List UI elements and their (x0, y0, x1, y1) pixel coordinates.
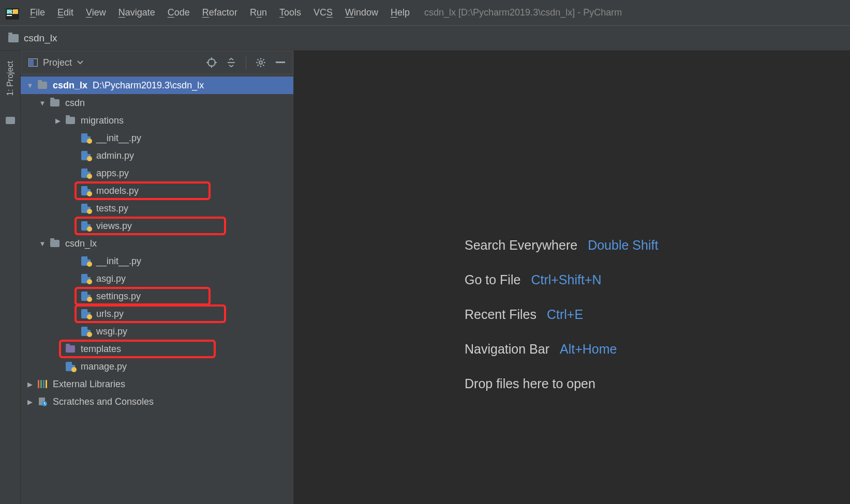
tree-folder-migrations[interactable]: ▶ migrations (21, 112, 293, 129)
tip-label: Go to File (465, 272, 520, 287)
menu-window[interactable]: Window (345, 7, 378, 18)
gear-icon[interactable] (256, 57, 266, 68)
project-panel-title-group[interactable]: Project (28, 57, 201, 68)
menu-items: File Edit View Navigate Code Refactor Ru… (30, 7, 410, 18)
python-file-icon (81, 150, 91, 161)
project-tree: ▼ csdn_lx D:\Pycharm2019.3\csdn_lx ▼ csd… (21, 74, 293, 504)
chevron-right-icon: ▶ (26, 398, 34, 406)
python-file-icon (81, 133, 91, 143)
tree-file-asgi[interactable]: asgi.py (21, 270, 293, 287)
collapse-all-icon[interactable] (226, 57, 236, 68)
chevron-down-icon: ▼ (38, 240, 47, 248)
tree-label: csdn (65, 98, 85, 109)
python-file-icon (65, 361, 76, 372)
tree-label: External Libraries (53, 379, 125, 390)
tree-file-urls[interactable]: urls.py (21, 305, 293, 323)
chevron-down-icon (77, 60, 83, 65)
tree-file-init-csdnlx[interactable]: __init__.py (21, 252, 293, 270)
svg-point-13 (259, 61, 262, 64)
chevron-right-icon: ▶ (54, 117, 62, 125)
menu-navigate[interactable]: Navigate (118, 7, 155, 18)
tree-scratches[interactable]: ▶ Scratches and Consoles (21, 393, 293, 410)
hide-icon[interactable] (275, 57, 286, 68)
window-icon (28, 58, 38, 67)
tip-search: Search Everywhere Double Shift (465, 238, 658, 253)
menu-refactor[interactable]: Refactor (202, 7, 237, 18)
project-panel-header: Project (21, 51, 293, 74)
tree-label: models.py (96, 186, 139, 196)
highlight-box (74, 287, 211, 306)
svg-text:PC: PC (7, 9, 14, 14)
menu-vcs[interactable]: VCS (314, 7, 333, 18)
chevron-right-icon: ▶ (26, 380, 34, 388)
tip-shortcut: Double Shift (588, 238, 658, 253)
svg-rect-6 (29, 59, 34, 66)
folder-icon (65, 344, 76, 354)
svg-line-19 (263, 65, 264, 66)
chevron-down-icon: ▼ (38, 99, 47, 107)
tree-label: asgi.py (96, 273, 126, 284)
project-panel: Project ▼ (21, 51, 294, 504)
tree-folder-csdn[interactable]: ▼ csdn (21, 94, 293, 112)
highlight-box (74, 181, 211, 200)
svg-point-7 (208, 59, 215, 66)
tree-label: settings.py (96, 291, 141, 302)
svg-line-18 (258, 59, 259, 60)
window-title: csdn_lx [D:\Pycharm2019.3\csdn_lx] - PyC… (424, 7, 622, 18)
menu-tools[interactable]: Tools (279, 7, 301, 18)
svg-rect-22 (276, 62, 285, 63)
tree-label: __init__.py (96, 133, 141, 144)
tree-file-models[interactable]: models.py (21, 182, 293, 200)
python-file-icon (81, 291, 91, 301)
tree-file-init-csdn[interactable]: __init__.py (21, 129, 293, 147)
tip-gotofile: Go to File Ctrl+Shift+N (465, 272, 658, 287)
pycharm-icon: PC (5, 6, 20, 20)
tree-label: manage.py (81, 361, 127, 372)
structure-icon[interactable] (6, 117, 15, 124)
folder-icon (50, 98, 60, 108)
python-file-icon (81, 221, 91, 231)
tree-label: tests.py (96, 203, 128, 214)
tree-label: migrations (81, 115, 124, 126)
tree-root[interactable]: ▼ csdn_lx D:\Pycharm2019.3\csdn_lx (21, 77, 293, 94)
python-file-icon (81, 326, 91, 337)
breadcrumb-root[interactable]: csdn_lx (24, 33, 57, 44)
menu-help[interactable]: Help (391, 7, 410, 18)
svg-line-21 (263, 59, 264, 60)
python-file-icon (81, 309, 91, 319)
tree-file-settings[interactable]: settings.py (21, 287, 293, 305)
tree-file-manage[interactable]: manage.py (21, 358, 293, 375)
tree-file-tests[interactable]: tests.py (21, 200, 293, 217)
menu-code[interactable]: Code (168, 7, 190, 18)
tree-label: apps.py (96, 168, 129, 179)
tip-label: Search Everywhere (465, 238, 577, 253)
tree-label: templates (81, 344, 121, 355)
tree-file-wsgi[interactable]: wsgi.py (21, 323, 293, 340)
tip-shortcut: Ctrl+E (547, 307, 583, 322)
python-file-icon (81, 186, 91, 196)
library-icon (37, 379, 48, 389)
tree-file-apps[interactable]: apps.py (21, 164, 293, 182)
divider (246, 56, 246, 69)
folder-icon (50, 238, 60, 249)
menu-bar: PC File Edit View Navigate Code Refactor… (0, 0, 850, 26)
tree-folder-templates[interactable]: templates (21, 340, 293, 358)
python-file-icon (81, 168, 91, 178)
menu-edit[interactable]: Edit (57, 7, 73, 18)
navigation-bar: csdn_lx (0, 26, 850, 51)
left-tool-gutter: 1: Project (0, 51, 21, 504)
svg-rect-3 (7, 15, 12, 16)
tip-label: Recent Files (465, 307, 536, 322)
tree-folder-csdnlx[interactable]: ▼ csdn_lx (21, 235, 293, 252)
project-tool-tab[interactable]: 1: Project (4, 56, 17, 101)
tree-external-libraries[interactable]: ▶ External Libraries (21, 375, 293, 393)
tree-label: views.py (96, 221, 132, 232)
menu-run[interactable]: Run (250, 7, 267, 18)
menu-view[interactable]: View (86, 7, 106, 18)
menu-file[interactable]: File (30, 7, 45, 18)
tree-file-views[interactable]: views.py (21, 217, 293, 235)
editor-area[interactable]: Search Everywhere Double Shift Go to Fil… (294, 51, 850, 504)
tree-file-admin[interactable]: admin.py (21, 147, 293, 164)
tree-label: wsgi.py (96, 326, 127, 337)
locate-icon[interactable] (206, 57, 217, 68)
